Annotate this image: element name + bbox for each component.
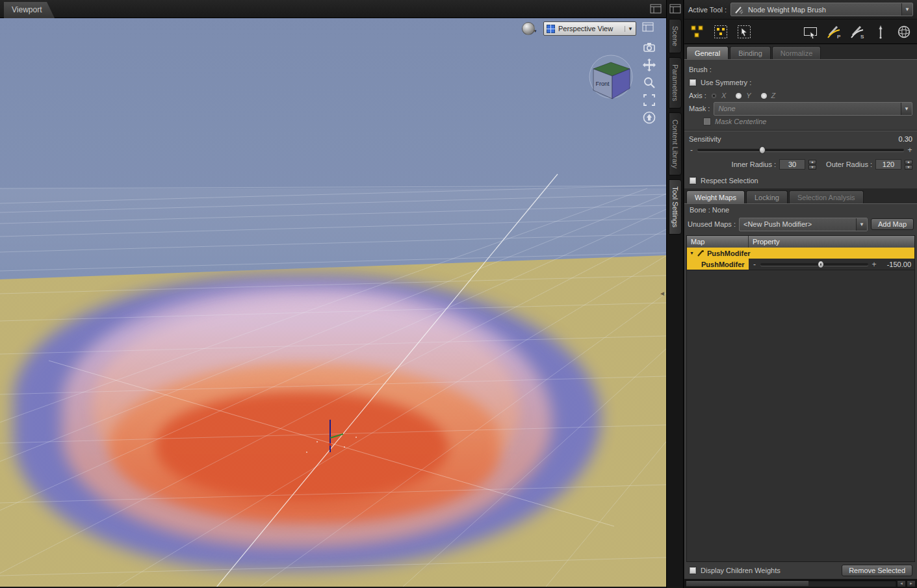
dock-pane-icon[interactable] — [650, 4, 662, 14]
sidetab-scene[interactable]: Scene — [669, 19, 682, 53]
axis-z-radio[interactable] — [760, 92, 768, 99]
active-tool-value: Node Weight Map Brush — [744, 6, 901, 14]
expand-triangle-icon[interactable]: ▼ — [690, 251, 694, 255]
home-view-icon[interactable] — [642, 110, 656, 125]
display-children-checkbox[interactable] — [689, 567, 697, 574]
axis-z-label: Z — [771, 92, 776, 99]
view-selector-value: Perspective View — [558, 25, 621, 32]
viewport-tool-column — [642, 40, 656, 125]
mask-centerline-checkbox[interactable] — [703, 118, 711, 125]
bone-row: Bone : None — [684, 204, 917, 216]
strip-dock-icon[interactable] — [669, 4, 681, 14]
frame-view-icon[interactable] — [642, 93, 656, 107]
map-table-header: Map Property — [687, 236, 914, 248]
pan-tool-icon[interactable] — [642, 58, 656, 72]
tab-weight-maps[interactable]: Weight Maps — [686, 190, 745, 203]
table-row-pushmodifier[interactable]: ▼ PushModifer — [687, 248, 914, 259]
inner-radius-spinner: ▲ ▼ — [808, 160, 816, 170]
property-minus[interactable]: - — [752, 260, 757, 269]
respect-selection-checkbox[interactable] — [689, 177, 697, 185]
ground-plane — [0, 18, 666, 587]
col-map-header: Map — [687, 236, 749, 248]
svg-text:S: S — [860, 34, 864, 40]
property-slider-cell: - + -150.00 — [749, 259, 914, 270]
remove-selected-button[interactable]: Remove Selected — [842, 565, 912, 576]
geodesic-sphere-icon[interactable] — [896, 24, 912, 40]
panel-scrollbar: ◄ ► — [684, 579, 917, 588]
scrollbar-track[interactable] — [686, 580, 896, 587]
sensitivity-slider[interactable] — [697, 149, 904, 151]
property-plus[interactable]: + — [872, 260, 877, 269]
child-row-label[interactable]: PushModifer — [687, 259, 749, 270]
respect-selection-row: Respect Selection — [684, 173, 917, 188]
view-cube-gizmo[interactable]: Front — [580, 52, 642, 107]
viewport-topbar: Viewport — [0, 0, 666, 18]
inner-radius-spin-down[interactable]: ▼ — [808, 165, 816, 170]
inner-radius-spin-up[interactable]: ▲ — [808, 160, 816, 164]
tool-settings-panel: Active Tool : Node Weight Map Brush ▼ — [684, 0, 917, 588]
weight-map-core-blob — [156, 392, 448, 502]
map-table-empty-area — [686, 270, 915, 562]
add-map-button[interactable]: Add Map — [871, 218, 914, 230]
sensitivity-plus[interactable]: + — [907, 146, 912, 155]
viewport-options-icon[interactable] — [642, 22, 654, 32]
axis-y-radio[interactable] — [735, 92, 742, 99]
scrollbar-thumb[interactable] — [686, 581, 808, 586]
display-children-label: Display Children Weights — [701, 567, 781, 574]
tab-viewport[interactable]: Viewport — [4, 2, 55, 18]
outer-radius-spin-down[interactable]: ▼ — [905, 165, 912, 170]
tab-binding[interactable]: Binding — [730, 46, 771, 59]
sensitivity-slider-handle[interactable] — [759, 146, 766, 154]
paint-brush-icon[interactable]: P — [826, 24, 842, 40]
draw-style-sphere-icon[interactable] — [522, 22, 535, 35]
app-window: Viewport — [0, 0, 917, 588]
marquee-node-select-icon[interactable] — [713, 24, 729, 40]
brush-label: Brush : — [689, 66, 712, 73]
brush-section: Brush : Use Symmetry : Axis : X Y Z Mask… — [684, 60, 917, 130]
svg-text:P: P — [837, 34, 840, 40]
view-selector-dropdown[interactable]: Perspective View ▼ — [543, 21, 636, 36]
inner-radius-field[interactable]: 30 — [779, 159, 805, 170]
brush-tabs-row: General Binding Normalize — [684, 44, 917, 60]
use-symmetry-checkbox[interactable] — [689, 79, 697, 86]
viewport-3d[interactable]: ▾ Perspective View ▼ Front — [0, 18, 666, 587]
mask-value: None — [714, 105, 901, 112]
radius-row: Inner Radius : 30 ▲ ▼ Outer Radius : 120… — [684, 156, 917, 173]
unused-maps-label: Unused Maps : — [688, 220, 736, 228]
render-camera-icon[interactable] — [642, 40, 656, 55]
weight-map-table: Map Property ▼ PushModifer PushModifer - — [686, 235, 915, 270]
col-property-header: Property — [749, 238, 914, 246]
draw-style-arrow-icon[interactable]: ▾ — [534, 29, 537, 34]
lasso-select-icon[interactable] — [736, 24, 752, 40]
rect-select-icon[interactable] — [803, 24, 818, 40]
outer-radius-spin-up[interactable]: ▲ — [905, 160, 912, 164]
property-slider[interactable] — [760, 263, 868, 266]
zoom-tool-icon[interactable] — [642, 75, 656, 90]
tab-locking[interactable]: Locking — [746, 190, 788, 203]
smooth-brush-icon[interactable]: S — [849, 24, 865, 40]
axis-x-radio[interactable] — [710, 92, 717, 99]
outer-radius-field[interactable]: 120 — [875, 159, 901, 170]
property-slider-handle[interactable] — [818, 261, 824, 268]
bone-label: Bone : None — [690, 206, 729, 214]
sidetab-parameters[interactable]: Parameters — [669, 57, 682, 109]
axis-y-label: Y — [746, 92, 751, 99]
scroll-left-button[interactable]: ◄ — [897, 580, 906, 587]
tab-general[interactable]: General — [686, 46, 729, 59]
unused-maps-dropdown[interactable]: <New Push Modifier> ▼ — [739, 218, 868, 231]
tab-normalize[interactable]: Normalize — [772, 46, 821, 59]
sensitivity-minus[interactable]: - — [689, 146, 694, 155]
sidetab-tool-settings[interactable]: Tool Settings — [669, 179, 682, 235]
scroll-right-button[interactable]: ► — [907, 580, 916, 587]
sidetab-content-library[interactable]: Content Library — [669, 112, 682, 175]
property-value: -150.00 — [880, 261, 911, 268]
dropper-pin-icon[interactable] — [873, 24, 888, 40]
tab-selection-analysis[interactable]: Selection Analysis — [789, 190, 864, 203]
side-tab-strip: Scene Parameters Content Library Tool Se… — [666, 0, 684, 588]
mask-dropdown[interactable]: None ▼ — [714, 102, 912, 116]
active-tool-dropdown[interactable]: Node Weight Map Brush ▼ — [730, 3, 913, 16]
view-selector-arrow-icon: ▼ — [625, 26, 633, 32]
panel-collapse-arrow[interactable]: ◄ — [659, 290, 665, 297]
node-select-icon[interactable] — [690, 24, 705, 40]
unused-maps-arrow-icon: ▼ — [856, 218, 867, 231]
